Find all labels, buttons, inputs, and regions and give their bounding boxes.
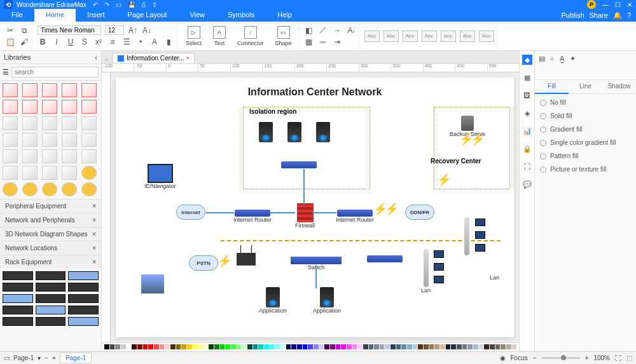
- menu-home[interactable]: Home: [34, 9, 76, 22]
- library-shape[interactable]: [81, 133, 97, 147]
- color-swatch[interactable]: [143, 344, 148, 349]
- fill-option[interactable]: Solid fill: [540, 112, 631, 119]
- zoom-slider[interactable]: [542, 357, 580, 359]
- copy-icon[interactable]: ⧉: [19, 25, 29, 36]
- rack-shape[interactable]: [68, 271, 99, 280]
- color-swatch[interactable]: [418, 344, 423, 349]
- underline-icon[interactable]: U: [66, 37, 76, 47]
- lock-tool-icon[interactable]: 🔒: [522, 144, 532, 154]
- color-swatch[interactable]: [225, 344, 230, 349]
- decrease-font-icon[interactable]: A↓: [142, 25, 152, 36]
- menu-help[interactable]: Help: [266, 9, 303, 22]
- lan-tower-node[interactable]: Lan: [421, 249, 431, 293]
- color-swatch[interactable]: [148, 344, 153, 349]
- server-node[interactable]: [316, 122, 330, 142]
- color-swatch[interactable]: [237, 344, 242, 349]
- crop-tool-icon[interactable]: ⟐: [550, 55, 555, 62]
- help-icon[interactable]: ?: [627, 11, 631, 19]
- line-color-icon[interactable]: ／: [318, 25, 328, 36]
- color-swatch[interactable]: [104, 344, 109, 349]
- color-swatch[interactable]: [160, 344, 165, 349]
- library-shape[interactable]: [81, 182, 97, 196]
- page-tab[interactable]: Page-1: [60, 353, 92, 363]
- pc-node[interactable]: [434, 263, 444, 271]
- library-shape[interactable]: [3, 182, 18, 196]
- color-swatch[interactable]: [401, 344, 406, 349]
- grid-tool-icon[interactable]: ▦: [522, 72, 532, 83]
- wifi-router-node[interactable]: [237, 253, 256, 266]
- color-swatch[interactable]: [440, 344, 445, 349]
- rack-shape[interactable]: [3, 294, 33, 303]
- pc-node[interactable]: [475, 219, 485, 226]
- library-shape[interactable]: [42, 182, 57, 196]
- color-swatch[interactable]: [347, 344, 352, 349]
- color-swatch[interactable]: [308, 344, 313, 349]
- strike-icon[interactable]: S: [80, 37, 90, 47]
- color-swatch[interactable]: [253, 344, 258, 349]
- arrow-end-icon[interactable]: ⇥: [332, 37, 342, 47]
- theme-tool-icon[interactable]: ◆: [522, 55, 532, 65]
- library-menu-icon[interactable]: ☰: [3, 68, 9, 76]
- rack-equipment-header[interactable]: Rack Equipment×: [0, 255, 101, 269]
- color-swatch[interactable]: [264, 344, 269, 349]
- pages-menu-icon[interactable]: ▭: [4, 354, 10, 361]
- undo-icon[interactable]: ↶: [93, 1, 98, 8]
- increase-font-icon[interactable]: A↑: [128, 25, 138, 36]
- tab-line[interactable]: Line: [569, 80, 602, 94]
- color-swatch[interactable]: [357, 344, 363, 349]
- application-node[interactable]: Application: [313, 287, 341, 314]
- color-swatch[interactable]: [176, 344, 181, 349]
- color-swatch[interactable]: [429, 344, 434, 349]
- color-swatch[interactable]: [132, 344, 137, 349]
- page-add-icon[interactable]: +: [52, 354, 56, 361]
- pc-node[interactable]: [475, 244, 485, 252]
- library-shape[interactable]: [42, 116, 57, 130]
- select-tool[interactable]: ▷Select: [182, 26, 205, 46]
- open-icon[interactable]: ▭: [116, 1, 121, 8]
- comment-tool-icon[interactable]: 💬: [522, 179, 532, 189]
- fill-option[interactable]: Single color gradient fill: [540, 139, 631, 146]
- library-category[interactable]: 3D Network Diagram Shapes×: [0, 227, 101, 241]
- color-swatch[interactable]: [286, 344, 291, 349]
- color-swatch[interactable]: [303, 344, 308, 349]
- color-swatch[interactable]: [473, 344, 478, 349]
- library-shape[interactable]: [22, 166, 38, 180]
- menu-file[interactable]: File: [0, 9, 34, 22]
- fill-option[interactable]: No fill: [540, 99, 631, 106]
- library-shape[interactable]: [22, 116, 38, 130]
- library-shape[interactable]: [3, 100, 18, 114]
- text-style-icon[interactable]: Aᵢ: [346, 25, 356, 36]
- image-tool-icon[interactable]: 🖼: [522, 90, 532, 100]
- ddn-cloud[interactable]: DDN/FR: [405, 205, 434, 220]
- color-swatch[interactable]: [330, 344, 335, 349]
- style-thumb[interactable]: Abc: [479, 30, 494, 42]
- isolation-region-box[interactable]: [243, 107, 370, 189]
- style-thumb[interactable]: Abc: [422, 30, 437, 42]
- color-swatch[interactable]: [181, 344, 186, 349]
- library-search-input[interactable]: [11, 67, 99, 78]
- lan-tower-node[interactable]: [464, 217, 469, 255]
- page-dropdown-icon[interactable]: ▾: [38, 354, 41, 361]
- library-category[interactable]: Network Locations×: [0, 241, 101, 255]
- rack-shape[interactable]: [3, 317, 33, 326]
- libraries-collapse-icon[interactable]: ‹: [95, 53, 97, 61]
- paste-icon[interactable]: 📋: [5, 37, 15, 47]
- fill-option[interactable]: Picture or texture fill: [540, 166, 631, 173]
- library-shape[interactable]: [3, 116, 18, 130]
- font-style-icon[interactable]: A̲: [560, 55, 565, 63]
- library-shape[interactable]: [62, 133, 77, 147]
- rack-shape[interactable]: [68, 306, 99, 314]
- color-swatch[interactable]: [363, 344, 368, 349]
- color-swatch[interactable]: [193, 344, 198, 349]
- bold-icon[interactable]: B: [38, 37, 48, 47]
- notification-icon[interactable]: 🔔: [613, 11, 622, 20]
- library-shape[interactable]: [3, 149, 18, 163]
- style-thumb[interactable]: Abc: [403, 30, 418, 42]
- color-swatch[interactable]: [380, 344, 385, 349]
- document-tab[interactable]: Information Center... •: [112, 53, 195, 63]
- italic-icon[interactable]: I: [52, 37, 62, 47]
- library-shape[interactable]: [81, 100, 97, 114]
- rack-shape[interactable]: [3, 271, 33, 280]
- color-swatch[interactable]: [220, 344, 225, 349]
- line-style-icon[interactable]: ═: [318, 37, 328, 47]
